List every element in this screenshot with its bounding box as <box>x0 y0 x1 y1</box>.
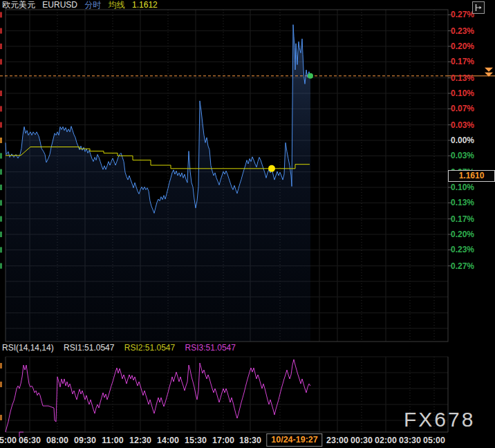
ma-toggle-label[interactable]: 均线 <box>109 0 125 10</box>
clipped-left-axis-label <box>0 185 2 190</box>
last-price-value: 1.1612 <box>132 0 158 10</box>
clipped-left-axis-label <box>0 232 2 237</box>
rsi1-value: RSI1:51.0547 <box>64 343 114 353</box>
chart-mode-label[interactable]: 分时 <box>84 0 101 10</box>
rsi3-value: RSI3:51.0547 <box>185 343 236 353</box>
clipped-left-axis-label <box>0 169 2 175</box>
clipped-rsi-axis-label <box>0 382 2 387</box>
price-axis-tag: 1.1610 <box>448 170 495 182</box>
collapse-axis-panel-button[interactable] <box>472 1 485 14</box>
clipped-left-axis-label <box>0 12 2 17</box>
price-area-fill <box>6 25 310 342</box>
clipped-left-axis-label <box>0 59 2 64</box>
clipped-rsi-axis-label <box>0 363 2 368</box>
clipped-left-axis-label <box>0 122 2 128</box>
collapse-axis-panel-icon <box>472 6 485 16</box>
instrument-name: 欧元美元 <box>2 0 35 10</box>
clipped-left-axis-label <box>0 106 2 111</box>
symbol-label: EURUSD <box>42 0 77 10</box>
rsi2-value: RSI2:51.0547 <box>124 343 175 353</box>
clipped-left-axis-label <box>0 263 2 269</box>
trading-chart-screen: 0.27%0.23%0.20%0.17%0.13%0.10%0.07%0.03%… <box>0 0 495 448</box>
rsi-start-mark <box>19 432 24 437</box>
chart-header: 欧元美元 EURUSD 分时 均线 1.1612 <box>2 0 162 10</box>
clipped-left-axis-label <box>0 247 2 252</box>
clipped-rsi-axis-label <box>0 415 2 420</box>
current-price-arrow-icon <box>485 68 493 72</box>
clipped-left-axis-label <box>0 44 2 49</box>
clipped-left-axis-label <box>0 138 2 143</box>
green-dot-marker <box>308 73 313 79</box>
watermark: FX678 <box>404 408 475 431</box>
clipped-left-axis-label <box>0 28 2 34</box>
clipped-left-axis-label <box>0 91 2 96</box>
clipped-left-axis-label <box>0 216 2 222</box>
yellow-dot-marker <box>268 165 275 172</box>
rsi-line <box>6 360 310 432</box>
clipped-left-axis-label <box>0 200 2 205</box>
rsi-header: RSI(14,14,14) RSI1:51.0547 RSI2:51.0547 … <box>2 343 243 353</box>
rsi-params-label: RSI(14,14,14) <box>2 343 54 353</box>
current-time-label: 10/24-19:27 <box>266 433 322 447</box>
chart-canvas <box>0 0 495 448</box>
clipped-left-axis-label <box>0 153 2 158</box>
